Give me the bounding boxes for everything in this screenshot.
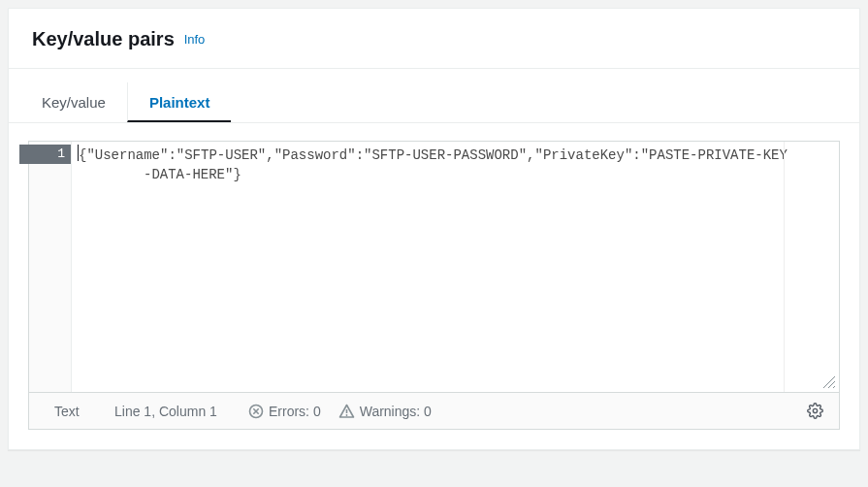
- code-area[interactable]: 1 {"Username":"SFTP-USER","Password":"SF…: [29, 142, 839, 392]
- status-warnings-text: Warnings: 0: [360, 404, 432, 419]
- gear-icon: [807, 403, 823, 419]
- code-line-2: -DATA-HERE"}: [78, 165, 831, 184]
- code-editor: 1 {"Username":"SFTP-USER","Password":"SF…: [28, 141, 840, 430]
- svg-point-2: [345, 414, 347, 416]
- editor-status-bar: Text Line 1, Column 1 Errors: 0 Warnings…: [29, 392, 839, 429]
- print-margin: [784, 142, 785, 392]
- status-mode[interactable]: Text: [54, 404, 97, 419]
- tab-bar: Key/value Plaintext: [9, 82, 859, 123]
- key-value-panel: Key/value pairs Info Key/value Plaintext…: [8, 8, 860, 450]
- panel-header: Key/value pairs Info: [9, 9, 859, 69]
- line-number: 1: [19, 145, 71, 164]
- resize-handle-icon[interactable]: [822, 375, 836, 389]
- code-line-1: {"Username":"SFTP-USER","Password":"SFTP…: [79, 147, 788, 163]
- tab-plaintext[interactable]: Plaintext: [127, 82, 232, 122]
- status-position[interactable]: Line 1, Column 1: [114, 404, 231, 419]
- status-warnings[interactable]: Warnings: 0: [338, 404, 432, 419]
- svg-point-3: [813, 408, 817, 412]
- warning-icon: [338, 404, 355, 419]
- code-text[interactable]: {"Username":"SFTP-USER","Password":"SFTP…: [72, 142, 839, 392]
- editor-settings-button[interactable]: [800, 397, 829, 426]
- editor-container: 1 {"Username":"SFTP-USER","Password":"SF…: [9, 123, 859, 449]
- status-errors-text: Errors: 0: [269, 404, 321, 419]
- tab-keyvalue[interactable]: Key/value: [20, 82, 127, 122]
- panel-title: Key/value pairs: [32, 28, 175, 49]
- status-errors[interactable]: Errors: 0: [248, 404, 321, 419]
- line-gutter: 1: [29, 142, 72, 392]
- error-icon: [248, 404, 264, 419]
- info-link[interactable]: Info: [184, 32, 206, 47]
